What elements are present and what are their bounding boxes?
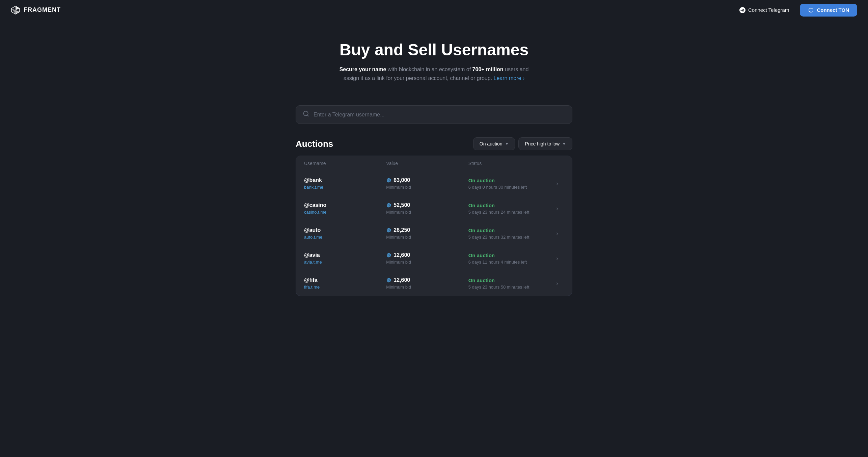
header: FRAGMENT Connect Telegram Connect TON	[0, 0, 868, 20]
username-text: @casino	[304, 202, 386, 208]
table-row[interactable]: @avia avia.t.me 12,600 Minimum bid On au…	[296, 246, 572, 271]
learn-more-link[interactable]: Learn more ›	[494, 75, 525, 81]
value-cell: 63,000 Minimum bid	[386, 177, 468, 190]
username-link[interactable]: casino.t.me	[304, 210, 386, 215]
value-number: 52,500	[394, 202, 410, 208]
time-left: 5 days 23 hours 32 minutes left	[468, 235, 550, 240]
filter-status-button[interactable]: On auction ▼	[473, 137, 515, 150]
chevron-right-icon: ›	[556, 256, 558, 262]
value-amount: 63,000	[386, 177, 468, 183]
search-icon	[303, 110, 309, 119]
hero-subtitle-strong1: Secure your name	[340, 66, 386, 72]
search-box	[296, 105, 572, 124]
telegram-icon	[739, 7, 745, 13]
logo[interactable]: FRAGMENT	[11, 5, 61, 15]
username-link[interactable]: fifa.t.me	[304, 285, 386, 290]
username-link[interactable]: auto.t.me	[304, 235, 386, 240]
table-row[interactable]: @auto auto.t.me 26,250 Minimum bid On au…	[296, 221, 572, 246]
auctions-section: Auctions On auction ▼ Price high to low …	[289, 137, 579, 316]
value-cell: 12,600 Minimum bid	[386, 277, 468, 290]
time-left: 5 days 23 hours 24 minutes left	[468, 210, 550, 215]
value-cell: 26,250 Minimum bid	[386, 227, 468, 240]
hero-title: Buy and Sell Usernames	[7, 41, 861, 59]
value-number: 12,600	[394, 252, 410, 258]
value-amount: 26,250	[386, 227, 468, 233]
username-cell: @avia avia.t.me	[304, 252, 386, 265]
username-text: @fifa	[304, 277, 386, 283]
table-rows-container: @bank bank.t.me 63,000 Minimum bid On au…	[296, 171, 572, 296]
username-link[interactable]: avia.t.me	[304, 260, 386, 265]
username-text: @bank	[304, 177, 386, 183]
value-label: Minimum bid	[386, 285, 468, 290]
username-text: @auto	[304, 227, 386, 233]
table-row[interactable]: @fifa fifa.t.me 12,600 Minimum bid On au…	[296, 271, 572, 296]
status-cell: On auction 6 days 0 hours 30 minutes lef…	[468, 178, 550, 190]
value-number: 26,250	[394, 227, 410, 233]
ton-diamond-icon	[386, 277, 391, 283]
chevron-down-icon-2: ▼	[562, 142, 566, 146]
status-cell: On auction 5 days 23 hours 50 minutes le…	[468, 277, 550, 290]
value-label: Minimum bid	[386, 210, 468, 215]
connect-ton-button[interactable]: Connect TON	[800, 4, 857, 17]
status-text: On auction	[468, 277, 550, 283]
svg-marker-2	[11, 8, 16, 14]
chevron-right-icon: ›	[556, 231, 558, 237]
connect-ton-label: Connect TON	[817, 7, 849, 13]
time-left: 6 days 0 hours 30 minutes left	[468, 185, 550, 190]
auctions-header: Auctions On auction ▼ Price high to low …	[296, 137, 572, 150]
hero-subtitle-strong3: 700+ million	[472, 66, 504, 72]
value-label: Minimum bid	[386, 185, 468, 190]
search-container	[289, 105, 579, 124]
header-buttons: Connect Telegram Connect TON	[733, 4, 857, 17]
connect-telegram-button[interactable]: Connect Telegram	[733, 4, 796, 17]
table-row[interactable]: @bank bank.t.me 63,000 Minimum bid On au…	[296, 171, 572, 196]
chevron-right-icon: ›	[556, 181, 558, 187]
auctions-title: Auctions	[296, 139, 333, 149]
value-label: Minimum bid	[386, 235, 468, 240]
value-label: Minimum bid	[386, 260, 468, 265]
value-amount: 12,600	[386, 277, 468, 283]
chevron-right-icon: ›	[556, 206, 558, 212]
chevron-right-icon: ›	[556, 280, 558, 287]
status-cell: On auction 6 days 11 hours 4 minutes lef…	[468, 252, 550, 265]
hero-section: Buy and Sell Usernames Secure your name …	[0, 20, 868, 99]
time-left: 6 days 11 hours 4 minutes left	[468, 260, 550, 265]
ton-diamond-icon	[386, 178, 391, 183]
value-cell: 52,500 Minimum bid	[386, 202, 468, 215]
svg-marker-1	[16, 6, 20, 10]
ton-icon	[808, 7, 814, 13]
col-header-action	[550, 161, 564, 166]
search-input[interactable]	[314, 112, 565, 118]
filter-status-label: On auction	[480, 141, 503, 146]
connect-telegram-label: Connect Telegram	[748, 7, 789, 13]
time-left: 5 days 23 hours 50 minutes left	[468, 285, 550, 290]
ton-diamond-icon	[386, 252, 391, 258]
status-text: On auction	[468, 227, 550, 233]
status-cell: On auction 5 days 23 hours 32 minutes le…	[468, 227, 550, 240]
col-header-value: Value	[386, 161, 468, 166]
svg-marker-3	[16, 10, 20, 14]
fragment-logo-icon	[11, 5, 20, 15]
username-cell: @auto auto.t.me	[304, 227, 386, 240]
filters: On auction ▼ Price high to low ▼	[473, 137, 572, 150]
username-cell: @casino casino.t.me	[304, 202, 386, 215]
value-number: 12,600	[394, 277, 410, 283]
username-link[interactable]: bank.t.me	[304, 185, 386, 190]
value-number: 63,000	[394, 177, 410, 183]
value-amount: 52,500	[386, 202, 468, 208]
value-cell: 12,600 Minimum bid	[386, 252, 468, 265]
hero-subtitle: Secure your name with blockchain in an e…	[333, 65, 535, 82]
svg-point-4	[304, 111, 308, 116]
username-cell: @fifa fifa.t.me	[304, 277, 386, 290]
value-amount: 12,600	[386, 252, 468, 258]
table-row[interactable]: @casino casino.t.me 52,500 Minimum bid O…	[296, 196, 572, 221]
hero-subtitle-text2: with blockchain in an ecosystem of	[386, 66, 472, 72]
status-text: On auction	[468, 203, 550, 208]
logo-text: FRAGMENT	[24, 6, 61, 14]
filter-sort-button[interactable]: Price high to low ▼	[518, 137, 572, 150]
username-text: @avia	[304, 252, 386, 258]
auctions-table: Username Value Status @bank bank.t.me	[296, 156, 572, 296]
status-text: On auction	[468, 252, 550, 258]
col-header-username: Username	[304, 161, 386, 166]
chevron-down-icon: ▼	[505, 142, 509, 146]
